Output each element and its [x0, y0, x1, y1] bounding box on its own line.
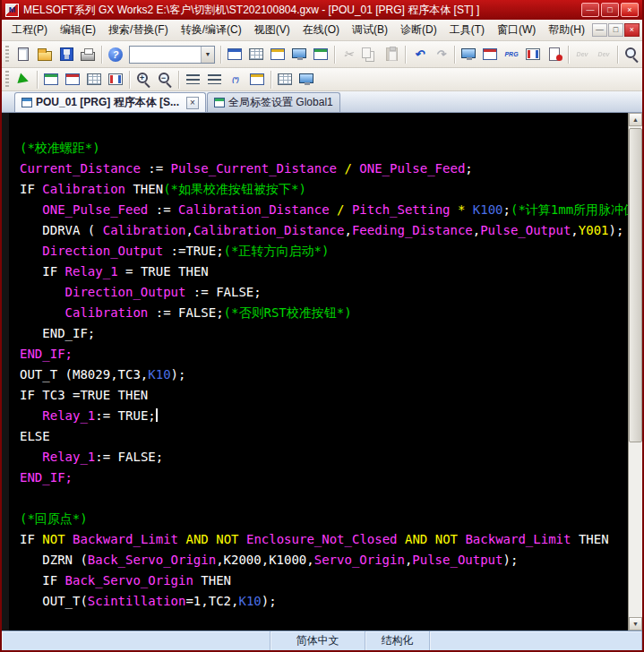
menu-diagnostics[interactable]: 诊断(D): [394, 20, 443, 40]
code-line[interactable]: IF NOT Backward_Limit AND NOT Enclosure_…: [20, 529, 628, 550]
code-line[interactable]: IF Calibration THEN(*如果校准按钮被按下*): [20, 179, 628, 200]
tab-label: POU_01 [PRG] 程序本体 [S...: [36, 95, 179, 110]
program-selector-combo[interactable]: ▼: [129, 46, 215, 64]
toolbar-drag-handle[interactable]: [5, 46, 9, 64]
minimize-button[interactable]: —: [581, 3, 599, 17]
device-display-icon[interactable]: Dev: [572, 45, 592, 64]
zoom-out-icon[interactable]: −: [155, 70, 175, 90]
menu-view[interactable]: 视图(V): [248, 20, 296, 40]
code-line[interactable]: Current_Distance := Pulse_Current_Distan…: [20, 159, 628, 179]
device-batch-icon[interactable]: Dev: [594, 45, 614, 64]
paste-icon[interactable]: [382, 45, 401, 64]
code-line[interactable]: DZRN (Back_Servo_Origin,K2000,K1000,Serv…: [20, 550, 628, 570]
menu-bar-items: 工程(P)编辑(E)搜索/替换(F)转换/编译(C)视图(V)在线(O)调试(B…: [5, 20, 591, 40]
toolbar-drag-handle[interactable]: [5, 71, 9, 89]
code-line[interactable]: IF Relay_1 = TRUE THEN: [20, 262, 628, 282]
program-monitor-icon[interactable]: PRG: [502, 45, 521, 64]
stop-monitor-icon[interactable]: [63, 70, 82, 90]
save-project-icon[interactable]: [56, 45, 76, 64]
menu-project[interactable]: 工程(P): [5, 20, 54, 40]
scrollbar-track[interactable]: [629, 126, 642, 617]
menu-find-replace[interactable]: 搜索/替换(F): [102, 20, 175, 40]
redo-icon[interactable]: ↷: [431, 45, 451, 64]
read-from-plc-icon[interactable]: [480, 45, 500, 64]
verify-program-icon[interactable]: [545, 45, 564, 64]
start-monitor-icon[interactable]: [41, 70, 61, 90]
menu-help[interactable]: 帮助(H): [542, 20, 591, 40]
code-line[interactable]: DDRVA ( Calibration,Calibration_Distance…: [20, 220, 628, 241]
code-line[interactable]: (*校准螺距*): [20, 138, 628, 159]
toolbar-main: ?▼✂↶↷PRGDevDev: [2, 41, 642, 68]
code-line[interactable]: END_IF;: [20, 323, 628, 344]
indent-icon[interactable]: [183, 70, 202, 90]
st-code-editor[interactable]: (*校准螺距*)Current_Distance := Pulse_Curren…: [2, 113, 628, 631]
code-line[interactable]: Calibration := FALSE;(*否则RST校准按钮*): [20, 303, 628, 323]
mdi-close-button[interactable]: ×: [624, 23, 640, 37]
document-tab-bar: POU_01 [PRG] 程序本体 [S...×全局标签设置 Global1: [2, 91, 642, 113]
device-comment-table-icon[interactable]: [246, 45, 266, 64]
comment-display-icon[interactable]: [106, 70, 125, 90]
status-language: 简体中文: [270, 631, 365, 650]
code-line[interactable]: IF TC3 =TRUE THEN: [20, 385, 628, 406]
find-icon[interactable]: [622, 45, 641, 64]
code-line[interactable]: ELSE: [20, 426, 628, 447]
scrollbar-thumb[interactable]: [629, 128, 642, 442]
code-line[interactable]: END_IF;: [20, 468, 628, 488]
status-bar: 简体中文结构化: [2, 631, 642, 650]
close-button[interactable]: ×: [621, 3, 639, 17]
parameter-window-icon[interactable]: [225, 45, 245, 64]
watch-window-icon[interactable]: [296, 70, 316, 90]
list-display-icon[interactable]: [275, 70, 295, 90]
title-bar[interactable]: M MELSOFT系列 GX Works2 E:\客户\切割机\ST202100…: [2, 0, 642, 20]
code-line[interactable]: Direction_Output :=TRUE;(*正转方向启动*): [20, 241, 628, 262]
outdent-icon[interactable]: [204, 70, 224, 90]
menu-window[interactable]: 窗口(W): [491, 20, 542, 40]
print-icon[interactable]: [78, 45, 98, 64]
combo-dropdown-arrow-icon[interactable]: ▼: [201, 47, 214, 63]
tab-close-button[interactable]: ×: [186, 97, 199, 109]
toolbar-separator: [178, 71, 179, 89]
scroll-up-button[interactable]: ▲: [629, 113, 642, 126]
vertical-scrollbar[interactable]: ▲ ▼: [628, 113, 642, 631]
code-line[interactable]: Relay_1:= FALSE;: [20, 447, 628, 468]
new-project-icon[interactable]: [13, 45, 33, 64]
menu-convert-compile[interactable]: 转换/编译(C): [175, 20, 248, 40]
write-to-plc-icon[interactable]: [459, 45, 478, 64]
help-icon[interactable]: ?: [106, 45, 125, 64]
zoom-in-icon[interactable]: +: [133, 70, 153, 90]
open-project-icon[interactable]: [35, 45, 55, 64]
code-line[interactable]: [20, 488, 628, 509]
code-line[interactable]: ONE_Pulse_Feed := Calibration_Distance /…: [20, 200, 628, 220]
code-line[interactable]: END_IF;: [20, 344, 628, 365]
menu-edit[interactable]: 编辑(E): [54, 20, 102, 40]
convert-icon[interactable]: [13, 70, 33, 90]
maximize-button[interactable]: □: [601, 3, 619, 17]
tab-pou01-program[interactable]: POU_01 [PRG] 程序本体 [S...×: [14, 92, 206, 112]
label-settings-icon[interactable]: [247, 70, 267, 90]
menu-online[interactable]: 在线(O): [296, 20, 346, 40]
label-window-icon[interactable]: [268, 45, 288, 64]
toolbar-separator: [617, 46, 618, 64]
menu-debug[interactable]: 调试(B): [346, 20, 394, 40]
undo-icon[interactable]: ↶: [409, 45, 429, 64]
monitor-icon[interactable]: [289, 45, 309, 64]
code-line[interactable]: OUT_T(Scintillation=1,TC2,K10);: [20, 591, 628, 612]
code-line[interactable]: Direction_Output := FALSE;: [20, 282, 628, 303]
menu-tool[interactable]: 工具(T): [443, 20, 491, 40]
insert-comment-icon[interactable]: (*): [226, 70, 245, 90]
code-line[interactable]: (*回原点*): [20, 509, 628, 529]
tab-global-label[interactable]: 全局标签设置 Global1: [207, 92, 340, 112]
device-test-icon[interactable]: [84, 70, 104, 90]
ladder-display-icon[interactable]: [523, 45, 543, 64]
code-line[interactable]: [20, 117, 628, 138]
code-line[interactable]: Relay_1:= TRUE;: [20, 406, 628, 426]
program-window-icon[interactable]: [311, 45, 331, 64]
copy-icon[interactable]: [360, 45, 380, 64]
scroll-down-button[interactable]: ▼: [629, 617, 642, 631]
cut-icon[interactable]: ✂: [339, 45, 358, 64]
code-line[interactable]: OUT_T (M8029,TC3,K10);: [20, 365, 628, 385]
mdi-minimize-button[interactable]: —: [592, 23, 607, 37]
menu-bar: 工程(P)编辑(E)搜索/替换(F)转换/编译(C)视图(V)在线(O)调试(B…: [2, 20, 642, 41]
mdi-restore-button[interactable]: □: [608, 23, 623, 37]
code-line[interactable]: IF Back_Servo_Origin THEN: [20, 570, 628, 591]
